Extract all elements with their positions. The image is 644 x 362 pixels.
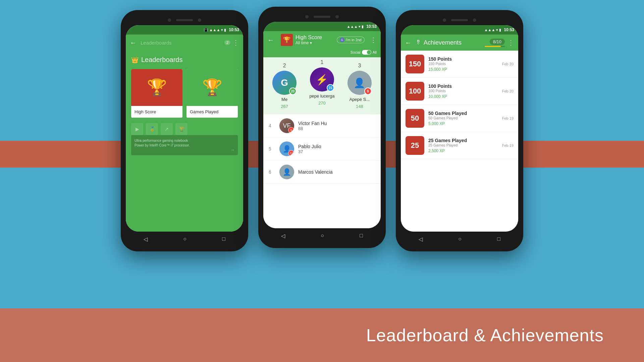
phone-2-trophy-icon: 🏆 <box>283 36 290 44</box>
victor-score: 88 <box>298 126 375 131</box>
pablo-info: Pablo Julio 37 <box>298 144 375 154</box>
phone-2-signal: ▲▲▲ <box>347 24 358 28</box>
rank-1-number: 1 <box>321 59 324 65</box>
victor-name: Victor Fan Hu <box>298 121 375 126</box>
rank-1-level: 15 <box>327 84 334 92</box>
all-label: All <box>373 50 377 54</box>
phone-3: ▲▲▲ ▾ ▮ 10:53 ← 🎖 Achievements 8/10 <box>396 10 523 251</box>
achievement-150-badge: 150 <box>406 55 424 73</box>
list-item-6[interactable]: 6 👤 Marcos Valencia <box>263 161 381 184</box>
phone-2-back-nav[interactable]: ◁ <box>281 233 285 239</box>
phone-3-achievements: ← 🎖 Achievements 8/10 ⋮ <box>401 35 518 232</box>
phone-1-back-button[interactable]: ← <box>130 39 137 47</box>
high-score-card[interactable]: 🏆 High Score <box>131 69 182 118</box>
phone-2-camera-2 <box>335 15 339 18</box>
count-bar-bg <box>485 46 505 47</box>
rank-2-score: 267 <box>281 104 288 109</box>
achievement-150-xp: 15,000 XP <box>428 67 498 72</box>
achievement-25-info: 25 Games Played 25 Games Played 2,500 XP <box>428 138 498 153</box>
phone-2-all-time: All time <box>296 41 309 45</box>
phone-3-recent-nav[interactable]: □ <box>497 236 500 242</box>
phone-container: 📳 ▲▲▲ ▾ ▮ 10:53 ← Leaderboards 2 ⋮ 👑 <box>0 10 644 251</box>
rank-1-score: 270 <box>318 101 326 106</box>
phone-3-time: 10:53 <box>504 27 514 32</box>
phone-1-app-content: ← Leaderboards 2 ⋮ 👑 Leaderboards 🏆 <box>126 35 243 232</box>
achievement-150-info: 150 Points 150 Points 15,000 XP <box>428 56 498 72</box>
phone-1-bottom-icons: ▶ 🏅 ↗ 🏆 <box>131 123 238 135</box>
phone-2-wifi: ▾ <box>359 24 361 29</box>
list-item-5[interactable]: 5 👤 22 Pablo Julio 37 <box>263 137 381 161</box>
phone-3-screen: ▲▲▲ ▾ ▮ 10:53 ← 🎖 Achievements 8/10 <box>401 25 518 232</box>
pablo-avatar: 👤 22 <box>279 141 294 156</box>
rank-2-item: 2 G 20 Me 267 <box>272 63 297 109</box>
rank-3-score: 148 <box>356 104 363 109</box>
phone-3-battery: ▮ <box>499 28 501 32</box>
phone-3-toolbar: ← 🎖 Achievements 8/10 ⋮ <box>401 35 518 51</box>
play-icon-btn[interactable]: ▶ <box>131 123 143 135</box>
achievement-100-info: 100 Points 100 Points 10,000 XP <box>428 83 498 99</box>
leaderboard-icon-btn[interactable]: 🏅 <box>146 123 158 135</box>
in-2nd-text: I'm in 2nd <box>346 38 362 42</box>
achievement-50[interactable]: 50 50 Games Played 50 Games Played 5,000… <box>401 105 518 132</box>
phone-1-more-icon[interactable]: ⋮ <box>232 39 239 47</box>
rank-3-name: Apepe S... <box>349 97 370 102</box>
phone-1-recent-nav[interactable]: □ <box>222 236 225 242</box>
phone-2-back-button[interactable]: ← <box>267 36 274 44</box>
rank-5: 5 <box>269 146 275 152</box>
ad-text: Ultra performance gaming notebookPower b… <box>135 138 234 148</box>
ad-banner: Ultra performance gaming notebookPower b… <box>131 135 238 155</box>
rank-4: 4 <box>269 123 275 128</box>
trophy-icon-btn[interactable]: 🏆 <box>175 123 187 135</box>
vibrate-icon: 📳 <box>204 28 208 32</box>
phone-2-recent-nav[interactable]: □ <box>360 233 363 239</box>
leaderboard-list: 4 VF 9 Victor Fan Hu 88 5 <box>263 114 381 228</box>
phone-3-back-button[interactable]: ← <box>405 39 412 47</box>
achievement-25[interactable]: 25 25 Games Played 25 Games Played 2,500… <box>401 132 518 159</box>
phone-3-more-icon[interactable]: ⋮ <box>507 39 514 47</box>
phone-1-camera-2 <box>198 18 201 22</box>
signal-icon: ▲▲▲ <box>209 28 220 32</box>
ad-arrow[interactable]: → <box>135 148 234 152</box>
high-score-label: High Score <box>131 106 182 118</box>
achievement-150-subtitle: 150 Points <box>428 62 498 66</box>
social-label: Social <box>351 50 361 54</box>
achievement-50-title: 50 Games Played <box>428 111 498 116</box>
dropdown-icon[interactable]: ▾ <box>310 41 312 45</box>
leaderboards-title: Leaderboards <box>141 56 182 64</box>
phone-3-speaker <box>451 19 468 21</box>
phone-2-nav: ◁ ○ □ <box>263 228 381 243</box>
in-2nd-badge: G I'm in 2nd <box>337 37 365 43</box>
marcos-avatar: 👤 <box>279 165 294 179</box>
toggle-track[interactable] <box>362 50 371 55</box>
phone-2-title: High Score <box>296 35 334 41</box>
list-item-4[interactable]: 4 VF 9 Victor Fan Hu 88 <box>263 114 381 137</box>
games-played-card[interactable]: 🏆 Games Played <box>186 69 238 118</box>
phone-1-top-bar <box>126 15 243 25</box>
person-icon: 👤 <box>354 77 365 88</box>
phone-3-home-nav[interactable]: ○ <box>458 236 462 242</box>
rank-1-avatar-container: ⚡ 15 <box>310 67 334 92</box>
share-icon-btn[interactable]: ↗ <box>161 123 173 135</box>
phone-2-more-icon[interactable]: ⋮ <box>370 36 377 44</box>
phone-1: 📳 ▲▲▲ ▾ ▮ 10:53 ← Leaderboards 2 ⋮ 👑 <box>121 10 248 251</box>
pablo-level: 22 <box>288 150 294 156</box>
rank-3-level: 9 <box>364 87 372 95</box>
wifi-icon: ▾ <box>221 28 223 32</box>
phone-2-home-nav[interactable]: ○ <box>321 233 324 239</box>
rank-3-avatar-container: 👤 9 <box>347 71 372 95</box>
achievement-150[interactable]: 150 150 Points 150 Points 15,000 XP Feb … <box>401 51 518 78</box>
rank-2-name: Me <box>281 97 287 102</box>
rank-2-level: 20 <box>289 87 297 95</box>
phone-3-back-nav[interactable]: ◁ <box>419 236 423 242</box>
phone-1-back-nav[interactable]: ◁ <box>144 236 148 242</box>
phone-1-home-nav[interactable]: ○ <box>183 236 186 242</box>
achievement-50-date: Feb 19 <box>502 116 514 120</box>
phone-2-subtitle: All time ▾ <box>296 41 334 45</box>
victor-info: Victor Fan Hu 88 <box>298 121 375 131</box>
phone-2-trophy-header: 🏆 <box>281 34 293 46</box>
phone-3-camera <box>443 18 446 22</box>
achievement-100[interactable]: 100 100 Points 100 Points 10,000 XP Feb … <box>401 78 518 105</box>
phone-1-nav: ◁ ○ □ <box>126 232 243 246</box>
marcos-icon: 👤 <box>283 168 291 176</box>
pablo-name: Pablo Julio <box>298 144 375 149</box>
